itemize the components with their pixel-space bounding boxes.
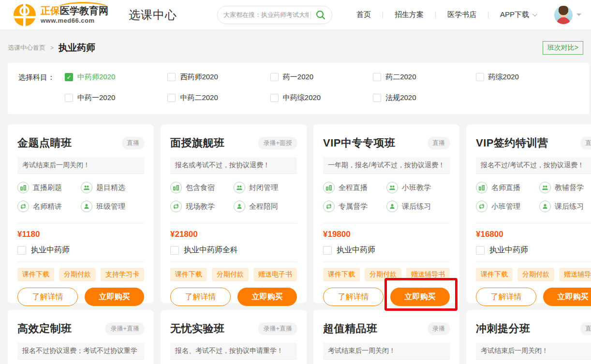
feature-item: 全程直播 [323,182,386,193]
checkbox-icon[interactable] [167,94,176,102]
divider [170,223,297,223]
subject-option[interactable]: 西药师2020 [167,73,270,82]
perk-tag: 赠送辅导书 [406,268,450,281]
subject-option[interactable]: 药综2020 [476,73,578,82]
nav-item-app-download[interactable]: APP下载 [488,10,547,19]
course-type-badge: 直播 [122,137,144,149]
course-select-checkbox[interactable]: 执业中药师 [17,245,144,255]
perk-tags: 课件下载 分期付款 赠送辅导书 [323,268,450,281]
subject-label: 药一2020 [283,73,313,82]
checkbox-icon[interactable] [167,73,176,81]
feature-item: 题目精选 [81,182,144,193]
card-actions: 了解详情 立即购买 [170,288,297,306]
divider [476,262,591,262]
subject-option[interactable]: 中药二2020 [167,93,270,102]
checkbox-icon[interactable] [476,246,485,255]
course-title: 金题点睛班 [17,136,72,150]
subject-option[interactable]: 药一2020 [270,73,373,82]
subject-option[interactable]: 法规2020 [373,93,475,102]
feature-label: 课后练习 [402,202,431,211]
checkbox-icon[interactable] [270,94,279,102]
feature-label: 直播刷题 [33,183,62,192]
feature-label: 小班管理 [491,202,520,211]
site-logo[interactable]: 正保医学教育网 www.med66.com [14,4,108,26]
details-button[interactable]: 了解详情 [476,288,536,306]
checkbox-checked-icon[interactable]: ✓ [65,73,73,81]
details-button[interactable]: 了解详情 [17,288,78,306]
subject-label: 药二2020 [385,73,416,82]
divider [323,223,450,223]
feature-list: 全程直播 小班教学 专属督学 课后练习 [323,182,450,212]
repeat-icon [476,201,488,212]
class-compare-button[interactable]: 班次对比> [543,41,583,55]
feature-item: 封闭管理 [234,182,297,193]
feature-list: 名师直播 教辅督学 小班管理 课后练习 [476,182,591,212]
course-title: VIP中专专项班 [323,136,395,150]
checkbox-icon[interactable] [65,94,73,102]
feature-item: 教辅督学 [539,182,591,193]
checkbox-icon[interactable] [17,246,26,255]
feature-label: 封闭管理 [249,183,278,192]
course-card: 高效定制班录播+直播 报名不过协议退费；考试不过协议重学 录播+直播 班级管理 [8,310,154,364]
people-icon [539,182,551,193]
checkbox-icon[interactable] [476,73,484,81]
checkbox-icon[interactable] [270,73,279,81]
course-price: ¥21800 [170,230,297,239]
logo-cross-icon [14,4,36,26]
feature-item: 小班教学 [386,182,450,193]
buy-button[interactable]: 立即购买 [390,288,450,306]
buy-button[interactable]: 立即购买 [237,288,297,306]
course-select-checkbox[interactable]: 执业中药师全科 [170,245,297,255]
course-title: VIP签约特训营 [476,136,548,150]
search-icon[interactable] [315,10,326,20]
nav-item-home[interactable]: 首页 [345,10,383,19]
course-subtitle: 考试结束后一周关闭！ [17,157,144,174]
course-card: 金题点睛班直播 考试结束后一周关闭！ 直播刷题 题目精选 名师精讲 班级管理 ¥… [8,124,154,303]
course-price: ¥19800 [323,230,450,239]
course-checkbox-label: 执业中药师 [489,245,528,255]
buildings-icon [323,182,335,193]
search-input[interactable] [223,11,309,18]
buy-button[interactable]: 立即购买 [543,288,591,306]
subject-option[interactable]: 药二2020 [373,73,475,82]
course-subtitle: 报名不过/考试不过，按协议退费！ [476,157,591,174]
course-type-badge: 录播+面授 [258,137,297,149]
buildings-icon [476,182,488,193]
divider [323,262,450,262]
checkbox-icon[interactable] [170,246,179,255]
breadcrumb-separator: > [50,44,54,51]
search-bar[interactable] [217,6,332,24]
subject-option[interactable]: ✓中药师2020 [65,73,167,82]
course-subtitle: 考试结束后一周关闭！ [323,343,450,360]
person-icon [386,201,398,212]
person-icon [234,201,245,212]
details-button[interactable]: 了解详情 [170,288,231,306]
feature-item: 全程陪同 [234,201,297,212]
subject-option[interactable]: 中药综2020 [270,93,373,102]
nav-item-enrollment[interactable]: 招生方案 [383,10,435,19]
breadcrumb-home-link[interactable]: 选课中心首页 [8,44,45,52]
perk-tag: 赠送辅导书 [559,268,591,281]
checkbox-icon[interactable] [373,94,381,102]
course-select-checkbox[interactable]: 执业中药师 [476,245,591,255]
chevron-down-icon [532,12,537,16]
nav-item-bookstore[interactable]: 医学书店 [436,10,488,19]
perk-tags: 课件下载 分期付款 赠送电子书 [170,268,297,281]
checkbox-icon[interactable] [323,246,332,255]
checkbox-icon[interactable] [373,73,381,81]
buy-button[interactable]: 立即购买 [85,288,144,306]
perk-tag: 课件下载 [323,268,360,281]
course-subtitle: 报名、考试不过，按协议申请重学！ [170,343,297,360]
people-icon [81,182,92,193]
course-select-checkbox[interactable]: 执业中药师 [323,245,450,255]
details-button[interactable]: 了解详情 [323,288,384,306]
user-avatar[interactable] [554,6,573,24]
course-subtitle: 考试结束后一周关闭！ [476,343,591,360]
course-price: ¥16800 [476,230,591,239]
perk-tag: 分期付款 [59,268,96,281]
people-icon [234,182,245,193]
subject-option[interactable]: 中药一2020 [65,93,167,102]
feature-label: 现场教学 [186,202,215,211]
user-menu[interactable] [554,6,581,24]
feature-list: 包含食宿 封闭管理 现场教学 全程陪同 [170,182,297,212]
